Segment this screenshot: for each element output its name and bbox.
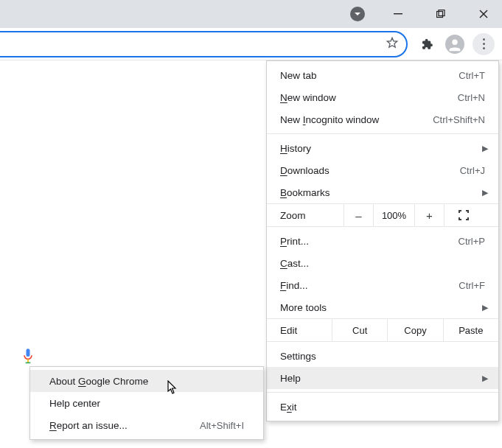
fullscreen-icon (459, 210, 469, 220)
submenu-arrow-icon: ▶ (482, 303, 488, 312)
menu-shortcut: Ctrl+J (460, 165, 485, 176)
menu-item-downloads[interactable]: Downloads Ctrl+J (267, 159, 498, 181)
menu-shortcut: Ctrl+F (459, 280, 485, 291)
submenu-item-report-issue[interactable]: Report an issue... Alt+Shift+I (30, 414, 263, 436)
menu-shortcut: Ctrl+T (459, 70, 485, 81)
browser-toolbar (0, 28, 502, 60)
svg-rect-6 (27, 349, 30, 357)
menu-label: History (280, 143, 485, 154)
menu-item-help[interactable]: Help ▶ (267, 367, 498, 389)
vertical-dots-icon (483, 38, 485, 49)
menu-item-settings[interactable]: Settings (267, 345, 498, 367)
svg-rect-0 (394, 13, 402, 14)
window-titlebar (0, 0, 502, 28)
extensions-icon[interactable] (416, 34, 437, 55)
svg-rect-1 (437, 12, 443, 18)
menu-item-find[interactable]: Find... Ctrl+F (267, 274, 498, 296)
menu-item-cast[interactable]: Cast... (267, 252, 498, 274)
menu-separator (267, 392, 498, 393)
menu-item-bookmarks[interactable]: Bookmarks ▶ (267, 181, 498, 203)
cut-button[interactable]: Cut (332, 319, 387, 341)
edit-label: Edit (267, 325, 332, 336)
submenu-item-about[interactable]: About Google Chrome (30, 370, 263, 392)
bookmark-star-icon[interactable] (386, 36, 399, 52)
profile-button[interactable] (445, 34, 465, 55)
menu-label: Settings (280, 351, 485, 362)
menu-label: New Incognito window (280, 114, 433, 125)
svg-point-5 (452, 39, 457, 44)
menu-shortcut: Ctrl+Shift+N (433, 114, 485, 125)
svg-rect-2 (439, 10, 445, 16)
address-bar[interactable] (0, 31, 408, 57)
menu-zoom-row: Zoom – 100% + (267, 203, 498, 227)
more-menu-button[interactable] (473, 33, 495, 55)
minimize-button[interactable] (386, 1, 411, 27)
menu-label: Exit (280, 402, 485, 413)
maximize-button[interactable] (428, 1, 453, 27)
menu-label: New tab (280, 70, 459, 81)
menu-label: Find... (280, 280, 459, 291)
menu-shortcut: Ctrl+N (458, 92, 485, 103)
menu-item-new-window[interactable]: New window Ctrl+N (267, 86, 498, 108)
menu-label: More tools (280, 302, 485, 313)
help-submenu: About Google Chrome Help center Report a… (29, 366, 264, 440)
copy-button[interactable]: Copy (387, 319, 442, 341)
menu-separator (267, 133, 498, 134)
menu-label: Bookmarks (280, 187, 485, 198)
menu-item-exit[interactable]: Exit (267, 396, 498, 418)
close-button[interactable] (471, 1, 496, 27)
submenu-item-help-center[interactable]: Help center (30, 392, 263, 414)
menu-label: About Google Chrome (49, 376, 244, 387)
menu-label: Print... (280, 236, 459, 247)
zoom-value: 100% (373, 204, 414, 226)
account-indicator-icon[interactable] (350, 7, 365, 21)
menu-shortcut: Ctrl+P (459, 236, 485, 247)
submenu-arrow-icon: ▶ (482, 188, 488, 197)
zoom-label: Zoom (267, 210, 344, 221)
chrome-main-menu: New tab Ctrl+T New window Ctrl+N New Inc… (266, 60, 499, 421)
menu-label: New window (280, 92, 458, 103)
fullscreen-button[interactable] (444, 204, 482, 226)
submenu-arrow-icon: ▶ (482, 144, 488, 153)
zoom-in-button[interactable]: + (414, 204, 444, 226)
menu-label: Help (280, 373, 485, 384)
menu-label: Report an issue... (49, 420, 200, 431)
menu-shortcut: Alt+Shift+I (200, 420, 244, 431)
submenu-arrow-icon: ▶ (482, 374, 488, 383)
menu-item-new-tab[interactable]: New tab Ctrl+T (267, 64, 498, 86)
menu-label: Help center (49, 398, 244, 409)
menu-item-more-tools[interactable]: More tools ▶ (267, 296, 498, 318)
menu-item-incognito[interactable]: New Incognito window Ctrl+Shift+N (267, 108, 498, 130)
menu-label: Downloads (280, 165, 460, 176)
menu-label: Cast... (280, 258, 485, 269)
zoom-out-button[interactable]: – (344, 204, 373, 226)
menu-edit-row: Edit Cut Copy Paste (267, 318, 498, 342)
paste-button[interactable]: Paste (443, 319, 498, 341)
menu-item-history[interactable]: History ▶ (267, 137, 498, 159)
menu-item-print[interactable]: Print... Ctrl+P (267, 230, 498, 252)
microphone-icon (21, 347, 35, 366)
